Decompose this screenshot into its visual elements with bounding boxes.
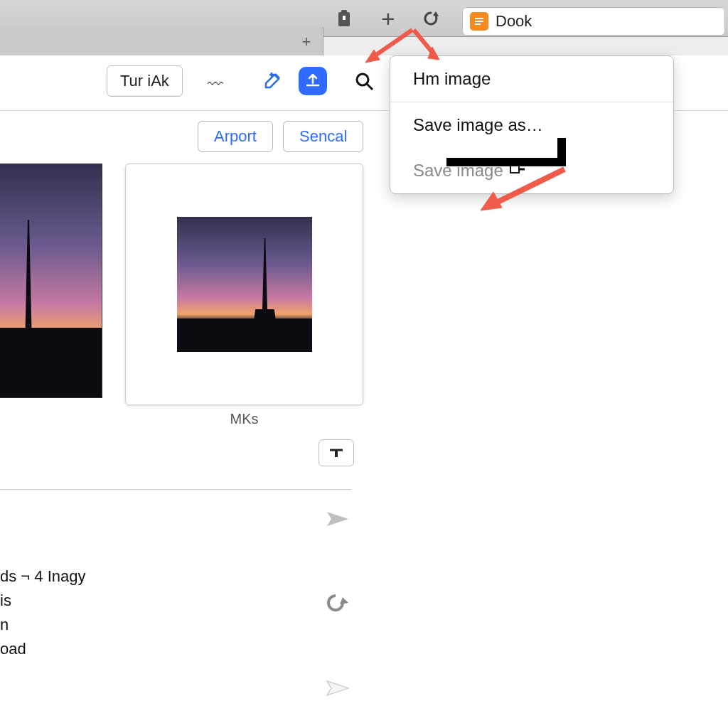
loop-icon[interactable] [326, 593, 350, 613]
refresh-icon[interactable] [419, 7, 442, 30]
context-menu-save-image-disabled: Save image [390, 148, 673, 193]
address-text: Dook [496, 12, 532, 31]
text-line: oad [0, 637, 85, 661]
address-bar[interactable]: Dook [462, 7, 725, 36]
svg-rect-5 [475, 21, 483, 22]
text-snippet: ds ¬ 4 Inagy is n oad [0, 564, 85, 661]
svg-rect-14 [510, 166, 519, 173]
svg-rect-4 [475, 18, 483, 19]
thumb-caption: MKs [125, 411, 363, 427]
dropdown-button[interactable]: Tur iAk [107, 65, 183, 97]
divider [0, 489, 352, 490]
svg-point-7 [357, 74, 368, 85]
context-menu: Hm image Save image as… Save image [390, 55, 674, 194]
new-tab-icon[interactable]: + [377, 7, 400, 30]
search-icon[interactable] [351, 68, 377, 94]
text-line: is [0, 589, 85, 613]
image-thumb-large[interactable] [0, 164, 102, 398]
svg-marker-13 [327, 681, 348, 695]
text-line: n [0, 613, 85, 637]
tabstrip-new-tab-icon[interactable]: + [297, 33, 316, 51]
svg-line-8 [367, 84, 373, 90]
svg-rect-10 [335, 450, 338, 457]
edit-icon[interactable] [259, 68, 285, 94]
site-favicon-icon [470, 12, 488, 31]
send-icon[interactable] [326, 509, 350, 529]
svg-rect-2 [343, 16, 346, 20]
clipboard-icon[interactable] [333, 7, 355, 30]
pin-icon [509, 163, 525, 179]
context-menu-disabled-label: Save image [413, 161, 503, 181]
app-tile-icon[interactable] [299, 67, 327, 95]
text-line: ds ¬ 4 Inagy [0, 564, 85, 589]
context-menu-item[interactable]: Hm image [390, 56, 673, 102]
image-thumb-card[interactable] [125, 164, 363, 405]
context-menu-save-image-as[interactable]: Save image as… [390, 102, 673, 148]
svg-marker-3 [433, 11, 439, 16]
send-icon-outline[interactable] [326, 678, 350, 698]
pill-arport[interactable]: Arport [198, 121, 273, 152]
svg-rect-6 [475, 23, 481, 25]
format-button[interactable] [318, 439, 354, 466]
wave-icon: 〰 [208, 75, 223, 94]
svg-marker-12 [340, 597, 348, 604]
tabstrip: + [0, 27, 323, 55]
svg-marker-11 [327, 512, 348, 526]
svg-rect-1 [341, 10, 347, 14]
pill-sencal[interactable]: Sencal [283, 121, 363, 152]
